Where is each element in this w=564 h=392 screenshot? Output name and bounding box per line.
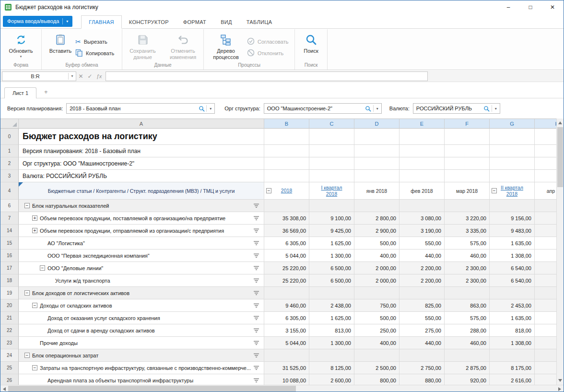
vertical-scrollbar[interactable] xyxy=(556,119,564,385)
empty-cell[interactable] xyxy=(309,145,354,157)
row-number[interactable]: 20 xyxy=(0,299,19,312)
data-cell[interactable]: 9 483,00 xyxy=(490,225,535,237)
tab-constructor[interactable]: КОНСТРУКТОР xyxy=(122,16,176,28)
maximize-button[interactable]: □ xyxy=(519,0,541,14)
empty-cell[interactable] xyxy=(400,157,445,170)
expand-icon[interactable]: + xyxy=(32,228,37,233)
scroll-left-icon[interactable] xyxy=(3,387,6,391)
data-cell[interactable]: 460,00 xyxy=(445,249,490,262)
vertical-scrollbar-thumb[interactable] xyxy=(557,127,563,187)
filter-icon[interactable] xyxy=(254,203,259,208)
row-label-cell[interactable]: Доход от оказания услуг складского хране… xyxy=(19,312,264,324)
data-cell[interactable]: 2 600,00 xyxy=(309,374,354,385)
data-cell[interactable]: 288,00 xyxy=(445,324,490,337)
data-cell[interactable]: 6 540,00 xyxy=(490,274,535,287)
budget-structure-header[interactable]: Бюджетные статьи / Контрагенты / Структ.… xyxy=(19,182,264,200)
data-cell[interactable]: 2 500,00 xyxy=(354,362,400,374)
row-number[interactable]: 26 xyxy=(0,374,19,385)
row-number[interactable]: 3 xyxy=(0,170,19,182)
data-cell[interactable]: 1 300,00 xyxy=(309,249,354,262)
data-cell[interactable]: 6 540,00 xyxy=(490,262,535,274)
data-cell[interactable]: 2 875,00 xyxy=(445,362,490,374)
row-label-cell[interactable]: Прочие доходы xyxy=(19,337,264,349)
data-cell[interactable] xyxy=(264,200,309,212)
data-cell[interactable] xyxy=(445,349,490,362)
data-cell[interactable]: 3 335,00 xyxy=(445,225,490,237)
data-cell[interactable] xyxy=(400,200,445,212)
form-io-menu-button[interactable]: Форма ввода/вывода ▾ xyxy=(3,16,72,27)
empty-cell[interactable] xyxy=(264,145,309,157)
filter-icon[interactable] xyxy=(254,265,259,271)
row-number[interactable]: 25 xyxy=(0,362,19,374)
row-label-cell[interactable]: −ООО "Деловые линии" xyxy=(19,262,264,274)
info-cell[interactable]: Орг структура: ООО "Машиностроение-2" xyxy=(19,157,264,170)
data-cell[interactable]: 35 308,00 xyxy=(264,212,309,225)
data-cell[interactable]: 1 625,00 xyxy=(309,237,354,249)
column-letter-A[interactable]: A xyxy=(19,119,264,129)
data-cell[interactable]: 2 750,00 xyxy=(400,362,445,374)
period-link[interactable]: I квартал 2018 xyxy=(317,185,347,197)
collapse-icon[interactable]: − xyxy=(32,365,37,370)
filter-icon[interactable] xyxy=(254,328,259,333)
row-number[interactable]: 23 xyxy=(0,337,19,349)
confirm-entry-button[interactable]: ✓ xyxy=(85,73,94,80)
column-letter-D[interactable]: D xyxy=(354,119,400,129)
row-label-cell[interactable]: Доход от сдачи в аренду складских активо… xyxy=(19,324,264,337)
row-label-cell[interactable]: −Доходы от складских активов xyxy=(19,299,264,312)
data-cell[interactable]: 3 080,00 xyxy=(400,212,445,225)
empty-cell[interactable] xyxy=(400,145,445,157)
data-cell[interactable] xyxy=(354,200,400,212)
save-data-button[interactable]: Сохранить данные xyxy=(125,32,161,60)
data-cell[interactable] xyxy=(535,374,556,385)
empty-cell[interactable] xyxy=(445,145,490,157)
data-cell[interactable]: 9 156,00 xyxy=(490,212,535,225)
scroll-down-icon[interactable] xyxy=(558,379,562,382)
empty-cell[interactable] xyxy=(264,157,309,170)
data-cell[interactable]: 2 300,00 xyxy=(445,274,490,287)
data-cell[interactable]: 3 220,00 xyxy=(445,212,490,225)
data-cell[interactable]: 9 100,00 xyxy=(309,212,354,225)
row-label-cell[interactable]: −Затраты на транспортную инфраструктуру,… xyxy=(19,362,264,374)
row-label-cell[interactable]: −Блок натуральных показателей xyxy=(19,200,264,212)
row-number[interactable]: 17 xyxy=(0,262,19,274)
row-label-cell[interactable]: −Блок доходов от логистических активов xyxy=(19,287,264,299)
data-cell[interactable]: 1 635,00 xyxy=(490,312,535,324)
empty-cell[interactable] xyxy=(354,157,400,170)
empty-cell[interactable] xyxy=(309,129,354,145)
row-number[interactable]: 4 xyxy=(0,182,19,200)
data-cell[interactable] xyxy=(400,349,445,362)
filter-icon[interactable] xyxy=(254,228,259,233)
data-cell[interactable]: 3 190,00 xyxy=(400,225,445,237)
data-cell[interactable]: 813,00 xyxy=(309,324,354,337)
data-cell[interactable]: 818,00 xyxy=(490,324,535,337)
empty-cell[interactable] xyxy=(445,170,490,182)
data-cell[interactable] xyxy=(535,212,556,225)
undo-changes-button[interactable]: Отменить изменения xyxy=(165,32,201,60)
data-cell[interactable]: 6 500,00 xyxy=(309,262,354,274)
data-cell[interactable]: 8 125,00 xyxy=(309,362,354,374)
data-cell[interactable]: 400,00 xyxy=(354,249,400,262)
approve-button[interactable]: Согласовать xyxy=(247,37,288,46)
empty-cell[interactable] xyxy=(354,129,400,145)
row-number[interactable]: 15 xyxy=(0,237,19,249)
collapse-icon[interactable]: − xyxy=(24,203,30,208)
data-cell[interactable]: 8 175,00 xyxy=(490,362,535,374)
data-cell[interactable]: 275,00 xyxy=(400,324,445,337)
data-cell[interactable]: 36 569,00 xyxy=(264,225,309,237)
period-header[interactable]: −2018 xyxy=(264,182,309,200)
scroll-up-icon[interactable] xyxy=(558,121,562,124)
column-letter-B[interactable]: B xyxy=(264,119,309,129)
row-number[interactable]: 24 xyxy=(0,349,19,362)
filter-icon[interactable] xyxy=(254,340,259,345)
data-cell[interactable]: 1 308,00 xyxy=(490,249,535,262)
data-cell[interactable]: 863,00 xyxy=(445,299,490,312)
column-letter-G[interactable]: G xyxy=(490,119,535,129)
empty-cell[interactable] xyxy=(490,145,535,157)
data-cell[interactable]: 2 200,00 xyxy=(400,274,445,287)
data-cell[interactable] xyxy=(535,362,556,374)
data-cell[interactable] xyxy=(535,287,556,299)
data-cell[interactable]: 550,00 xyxy=(400,312,445,324)
filter-icon[interactable] xyxy=(254,303,259,308)
period-link[interactable]: II квартал 2018 xyxy=(497,185,528,197)
data-cell[interactable] xyxy=(535,299,556,312)
